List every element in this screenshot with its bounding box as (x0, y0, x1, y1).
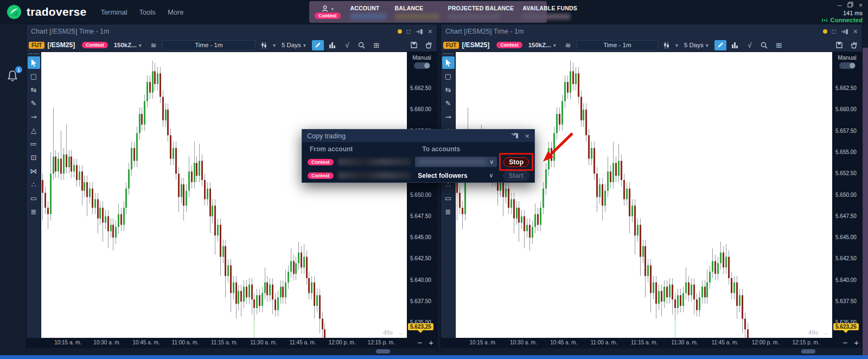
panel-titlebar[interactable]: Chart [/ESM25] Time - 1m □ × (441, 24, 862, 39)
candlestick-chart[interactable] (456, 52, 832, 338)
range-dropdown[interactable]: 5 Days ▾ (681, 40, 712, 50)
restore-window-icon[interactable] (847, 2, 853, 8)
watchlist-tool[interactable]: ≔ (28, 138, 40, 150)
price-measure-tool[interactable]: ⇆ (28, 84, 40, 96)
time-axis[interactable]: − + 10:15 a. m.10:30 a. m.10:45 a. m.11:… (27, 338, 437, 348)
save-layout-button[interactable] (833, 40, 845, 50)
draw-lock-tool[interactable]: ✎ (442, 97, 455, 110)
chevron-down-icon: ∨ (489, 158, 494, 165)
toolbar-grip[interactable] (443, 53, 453, 54)
popout-panel-icon[interactable] (841, 29, 848, 35)
alerts-tool[interactable]: ∴ (28, 178, 40, 191)
desktop-edge (0, 355, 868, 359)
settings-list-tool[interactable]: ≣ (442, 206, 455, 218)
close-window-icon[interactable]: × (859, 2, 863, 9)
horizontal-scrollbar[interactable] (801, 349, 815, 354)
maximize-panel-icon[interactable]: □ (832, 28, 836, 35)
panel-titlebar[interactable]: Chart [/ESM25] Time - 1m □ × (27, 24, 437, 39)
dialog-titlebar[interactable]: Copy trading × (302, 130, 534, 142)
compare-icon[interactable]: ≋ (562, 40, 574, 50)
close-panel-icon[interactable]: × (428, 27, 432, 36)
popout-panel-icon[interactable] (416, 29, 423, 35)
horizontal-scrollbar[interactable] (376, 349, 390, 354)
toolbar-grip[interactable] (29, 53, 39, 54)
symbol-label[interactable]: [/ESM25] (47, 41, 75, 49)
volume-button[interactable] (327, 40, 339, 50)
zoom-search-button[interactable] (758, 40, 770, 50)
select-followers-dropdown[interactable]: Select followers ∨ (414, 170, 496, 181)
price-measure-tool[interactable]: ⇆ (442, 84, 455, 96)
chevron-down-icon[interactable]: ▾ (331, 6, 334, 12)
account-dropdown[interactable]: 150kZ... ▾ (111, 40, 145, 50)
manual-scale-toggle[interactable] (839, 62, 856, 69)
shapes-tool[interactable]: △ (28, 124, 40, 137)
order-basket-button[interactable] (423, 40, 435, 50)
timeframe-button[interactable]: Time - 1m (162, 40, 256, 50)
available-funds-value-redacted (522, 14, 570, 20)
save-layout-button[interactable] (408, 40, 420, 50)
draw-lock-tool[interactable]: ✎ (28, 97, 40, 110)
zoom-in-button[interactable]: + (854, 338, 859, 347)
price-axis[interactable]: Manual 5.623,25 5.662.505.660.005.657.50… (407, 52, 437, 338)
zoom-out-button[interactable]: − (843, 338, 847, 347)
region-select-tool[interactable]: ▢ (28, 70, 40, 82)
account-dropdown[interactable]: 150kZ... ▾ (525, 40, 559, 50)
price-tick: 5.652.50 (835, 170, 857, 176)
zoom-out-button[interactable]: − (417, 338, 422, 347)
to-accounts-dropdown[interactable]: ∨ (415, 157, 497, 167)
menu-more[interactable]: More (168, 8, 184, 16)
minimize-window-icon[interactable]: ─ (837, 2, 842, 9)
start-copy-button[interactable]: Start (503, 171, 529, 181)
close-panel-icon[interactable]: × (853, 27, 858, 36)
notifications-button[interactable]: 1 (6, 69, 19, 84)
ruler-tool[interactable]: ▭ (28, 192, 40, 204)
account-summary-panel: ▾ Contest ACCOUNT BALANCE PROJECTED BALA… (309, 1, 547, 23)
ruler-tool[interactable]: ▭ (442, 192, 455, 204)
indicators-icon[interactable]: √ (744, 40, 756, 50)
price-axis[interactable]: Manual 5.623,25 5.662.505.660.005.657.50… (832, 52, 862, 338)
stop-copy-button[interactable]: Stop (503, 157, 529, 167)
manual-scale-toggle[interactable] (414, 62, 430, 69)
brand[interactable]: tradoverse (7, 4, 86, 20)
go-to-latest-icon[interactable]: → (398, 329, 404, 336)
draw-mode-button[interactable] (714, 40, 726, 50)
horizontal-line-tool[interactable]: ⊸ (28, 111, 40, 123)
horizontal-line-tool[interactable]: ⊸ (442, 111, 455, 123)
chevron-down-icon[interactable]: ▾ (273, 42, 276, 48)
menu-terminal[interactable]: Terminal (100, 8, 127, 16)
time-tick: 11:00 a. m. (591, 339, 617, 345)
timeframe-button[interactable]: Time - 1m (577, 40, 658, 50)
menu-tools[interactable]: Tools (139, 8, 156, 16)
order-basket-button[interactable] (848, 40, 860, 50)
symbol-label[interactable]: [/ESM25] (462, 41, 489, 49)
range-dropdown[interactable]: 5 Days ▾ (278, 40, 309, 50)
maximize-panel-icon[interactable]: □ (407, 28, 411, 35)
time-tick: 12:15 p. m. (792, 339, 819, 345)
zigzag-pattern-tool[interactable]: ⋈ (28, 165, 40, 177)
cursor-tool[interactable] (442, 56, 455, 69)
close-icon[interactable]: × (525, 132, 529, 140)
chevron-down-icon[interactable]: ▾ (675, 42, 678, 48)
indicators-icon[interactable]: √ (341, 40, 353, 50)
zoom-in-button[interactable]: + (429, 338, 433, 347)
chart-plot-area[interactable]: 49s → (456, 52, 832, 338)
draw-mode-button[interactable] (312, 40, 324, 50)
region-select-tool[interactable]: ▢ (442, 70, 455, 82)
chart-style-button[interactable] (661, 40, 673, 50)
account-selector[interactable]: ▾ Contest (315, 5, 341, 19)
candlestick-chart[interactable] (41, 52, 407, 338)
cursor-tool[interactable] (28, 56, 40, 69)
settings-list-tool[interactable]: ≣ (28, 206, 40, 218)
chart-style-button[interactable] (258, 40, 270, 50)
compare-icon[interactable]: ≋ (148, 40, 159, 50)
chart-plot-area[interactable]: 49s → (41, 52, 407, 338)
zoom-search-button[interactable] (356, 40, 368, 50)
dom-table-icon[interactable]: ⊞ (371, 40, 382, 50)
go-to-latest-icon[interactable]: → (823, 329, 829, 336)
time-axis[interactable]: − + 10:15 a. m.10:30 a. m.10:45 a. m.11:… (441, 338, 862, 348)
volume-button[interactable] (729, 40, 741, 50)
popout-icon[interactable] (511, 133, 519, 139)
dom-table-icon[interactable]: ⊞ (773, 40, 785, 50)
panel-footer (27, 348, 437, 355)
chart-objects-tool[interactable]: ⊡ (28, 151, 40, 164)
